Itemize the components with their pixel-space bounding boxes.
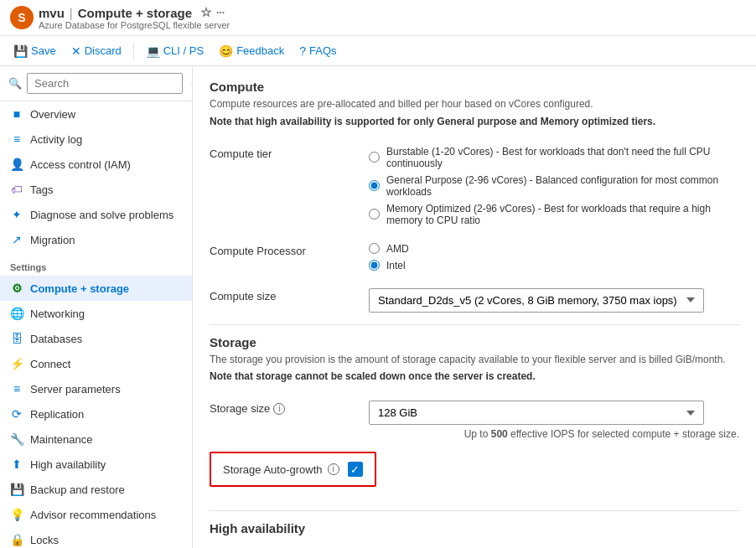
storage-size-select[interactable]: 128 GiB xyxy=(369,401,704,425)
autogrowth-checkbox[interactable]: ✓ xyxy=(348,462,363,477)
faqs-icon: ? xyxy=(299,44,306,58)
compute-tier-row: Compute tier Burstable (1-20 vCores) - B… xyxy=(210,146,739,231)
radio-memory-input[interactable] xyxy=(369,209,380,220)
storage-size-label: Storage size i xyxy=(210,401,352,415)
divider2 xyxy=(210,510,739,511)
more-icon[interactable]: ··· xyxy=(216,7,225,18)
sidebar-item-tags[interactable]: 🏷 Tags xyxy=(0,177,192,202)
activity-log-icon: ≡ xyxy=(10,132,23,146)
content-area: Compute Compute resources are pre-alloca… xyxy=(193,66,756,548)
feedback-button[interactable]: 😊 Feedback xyxy=(212,41,291,61)
autogrowth-box: Storage Auto-growth i ✓ xyxy=(210,452,376,487)
radio-memory: Memory Optimized (2-96 vCores) - Best fo… xyxy=(369,203,739,226)
discard-button[interactable]: ✕ Discard xyxy=(65,41,128,61)
title-separator: | xyxy=(70,6,73,20)
overview-icon: ■ xyxy=(10,107,23,121)
radio-intel: Intel xyxy=(369,260,739,271)
autogrowth-row: Storage Auto-growth i ✓ xyxy=(210,452,739,499)
radio-amd: AMD xyxy=(369,243,739,255)
sidebar-item-access-control[interactable]: 👤 Access control (IAM) xyxy=(0,152,192,177)
sidebar-item-high-availability[interactable]: ⬆ High availability xyxy=(0,452,192,477)
sidebar-item-backup-restore[interactable]: 💾 Backup and restore xyxy=(0,477,192,502)
radio-intel-input[interactable] xyxy=(369,260,380,271)
app-title: mvu | Compute + storage ☆ ··· xyxy=(39,5,746,20)
main-layout: 🔍 « ■ Overview ≡ Activity log 👤 Access c… xyxy=(0,66,756,548)
storage-desc1: The storage you provision is the amount … xyxy=(210,353,739,367)
sidebar-item-networking[interactable]: 🌐 Networking xyxy=(0,301,192,326)
access-control-icon: 👤 xyxy=(10,158,23,171)
storage-size-info-icon[interactable]: i xyxy=(273,403,285,415)
autogrowth-info-icon[interactable]: i xyxy=(328,463,339,475)
diagnose-icon: ✦ xyxy=(10,208,23,221)
sidebar-item-connect[interactable]: ⚡ Connect xyxy=(0,351,192,376)
server-params-icon: ≡ xyxy=(10,382,23,395)
compute-size-label: Compute size xyxy=(210,288,352,302)
sidebar-item-diagnose[interactable]: ✦ Diagnose and solve problems xyxy=(0,202,192,227)
high-avail-icon: ⬆ xyxy=(10,458,23,471)
sidebar-item-activity-log[interactable]: ≡ Activity log xyxy=(0,127,192,152)
tags-icon: 🏷 xyxy=(10,183,23,196)
processor-label: Compute Processor xyxy=(210,243,352,257)
settings-section-label: Settings xyxy=(0,252,192,276)
ha-section: High availability xyxy=(210,521,739,535)
advisor-icon: 💡 xyxy=(10,508,23,521)
storage-size-field: 128 GiB Up to 500 effective IOPS for sel… xyxy=(369,401,739,440)
sidebar-item-overview[interactable]: ■ Overview xyxy=(0,101,192,127)
compute-storage-icon: ⚙ xyxy=(10,282,23,295)
storage-title: Storage xyxy=(210,335,739,349)
ha-title: High availability xyxy=(210,521,739,535)
sidebar-item-advisor[interactable]: 💡 Advisor recommendations xyxy=(0,502,192,527)
compute-title: Compute xyxy=(210,80,739,94)
compute-section: Compute Compute resources are pre-alloca… xyxy=(210,80,739,129)
compute-desc2: Note that high availability is supported… xyxy=(210,115,739,129)
save-button[interactable]: 💾 Save xyxy=(7,41,63,61)
search-input[interactable] xyxy=(27,73,183,94)
discard-icon: ✕ xyxy=(71,44,81,58)
search-icon: 🔍 xyxy=(8,77,22,90)
networking-icon: 🌐 xyxy=(10,307,23,320)
faqs-button[interactable]: ? FAQs xyxy=(293,41,343,61)
cli-icon: 💻 xyxy=(146,44,160,58)
feedback-icon: 😊 xyxy=(219,44,233,58)
sidebar-item-databases[interactable]: 🗄 Databases xyxy=(0,326,192,351)
radio-general: General Purpose (2-96 vCores) - Balanced… xyxy=(369,174,739,198)
top-header: S mvu | Compute + storage ☆ ··· Azure Da… xyxy=(0,0,756,36)
maintenance-icon: 🔧 xyxy=(10,432,23,446)
app-name: mvu xyxy=(39,6,65,20)
radio-burstable: Burstable (1-20 vCores) - Best for workl… xyxy=(369,146,739,169)
cli-ps-button[interactable]: 💻 CLI / PS xyxy=(139,41,210,61)
star-icon[interactable]: ☆ xyxy=(200,5,211,20)
sidebar-item-maintenance[interactable]: 🔧 Maintenance xyxy=(0,427,192,452)
databases-icon: 🗄 xyxy=(10,332,23,345)
divider1 xyxy=(210,324,739,325)
backup-icon: 💾 xyxy=(10,483,23,496)
processor-row: Compute Processor AMD Intel xyxy=(210,243,739,277)
migration-icon: ↗ xyxy=(10,233,23,246)
breadcrumb-area: mvu | Compute + storage ☆ ··· Azure Data… xyxy=(39,5,746,30)
compute-desc1: Compute resources are pre-allocated and … xyxy=(210,97,739,111)
storage-section: Storage The storage you provision is the… xyxy=(210,335,739,385)
compute-size-row: Compute size Standard_D2ds_v5 (2 vCores,… xyxy=(210,288,739,313)
sidebar-item-locks[interactable]: 🔒 Locks xyxy=(0,527,192,548)
locks-icon: 🔒 xyxy=(10,533,23,546)
save-icon: 💾 xyxy=(13,44,28,58)
compute-size-select[interactable]: Standard_D2ds_v5 (2 vCores, 8 GiB memory… xyxy=(369,288,704,313)
page-title: Compute + storage xyxy=(78,6,192,20)
replication-icon: ⟳ xyxy=(10,407,23,421)
search-box: 🔍 « xyxy=(0,66,192,101)
iops-note: Up to 500 effective IOPS for selected co… xyxy=(369,428,739,440)
autogrowth-label: Storage Auto-growth i xyxy=(223,463,339,476)
radio-burstable-input[interactable] xyxy=(369,152,380,163)
sidebar-item-server-parameters[interactable]: ≡ Server parameters xyxy=(0,376,192,401)
app-icon: S xyxy=(10,6,34,29)
sidebar: 🔍 « ■ Overview ≡ Activity log 👤 Access c… xyxy=(0,66,193,548)
radio-general-input[interactable] xyxy=(369,180,380,191)
compute-size-dropdown: Standard_D2ds_v5 (2 vCores, 8 GiB memory… xyxy=(369,288,739,313)
connect-icon: ⚡ xyxy=(10,357,23,370)
sidebar-item-migration[interactable]: ↗ Migration xyxy=(0,227,192,252)
storage-desc2: Note that storage cannot be scaled down … xyxy=(210,370,739,384)
sidebar-item-compute-storage[interactable]: ⚙ Compute + storage xyxy=(0,276,192,301)
radio-amd-input[interactable] xyxy=(369,243,380,254)
toolbar-sep1 xyxy=(133,43,134,59)
sidebar-item-replication[interactable]: ⟳ Replication xyxy=(0,401,192,427)
